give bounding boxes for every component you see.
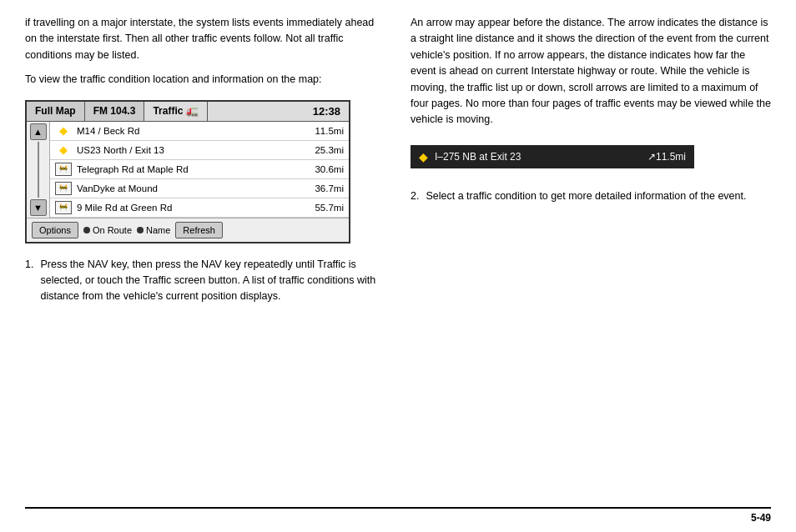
nav-list-area: ▲ ▼ ◆ M14 / Beck Rd 11.5mi: [27, 122, 349, 218]
page-footer: 5-49: [25, 507, 771, 524]
traffic-event-dist: ↗11.5mi: [647, 151, 686, 163]
traffic-truck-icon: 🚛: [186, 105, 199, 117]
traffic-event-box: ◆ I–275 NB at Exit 23 ↗11.5mi: [411, 145, 694, 168]
row-dist-1: 11.5mi: [315, 126, 344, 136]
nav-footer: Options On Route Name Refresh: [27, 218, 349, 242]
traffic-icon-3: 🚧: [55, 163, 72, 176]
nav-time: 12:38: [305, 102, 349, 121]
on-route-label[interactable]: On Route: [83, 225, 132, 235]
table-row[interactable]: ◆ M14 / Beck Rd 11.5mi: [50, 122, 349, 141]
row-name-1: M14 / Beck Rd: [77, 126, 310, 136]
on-route-text: On Route: [93, 225, 132, 235]
step-2-text: Select a traffic condition to get more d…: [426, 188, 746, 204]
scroll-line: [38, 142, 39, 198]
traffic-event-icon: ◆: [419, 150, 428, 163]
options-button[interactable]: Options: [32, 222, 78, 238]
traffic-icon-5: 🚧: [55, 201, 72, 214]
road-sign-icon-3: 🚧: [55, 201, 72, 214]
step-1-num: 1.: [25, 257, 33, 305]
row-dist-4: 36.7mi: [315, 183, 344, 193]
page-number: 5-49: [751, 512, 771, 524]
nav-tab-traffic[interactable]: Traffic 🚛: [144, 102, 208, 121]
on-route-dot: [83, 227, 90, 233]
row-name-2: US23 North / Exit 13: [77, 145, 310, 155]
table-row[interactable]: 🚧 9 Mile Rd at Green Rd 55.7mi: [50, 198, 349, 218]
step-2-num: 2.: [411, 188, 419, 204]
step-1-text: Press the NAV key, then press the NAV ke…: [40, 257, 385, 305]
step-1: 1. Press the NAV key, then press the NAV…: [25, 257, 385, 305]
row-name-4: VanDyke at Mound: [77, 183, 310, 193]
traffic-event-name: I–275 NB at Exit 23: [435, 151, 641, 163]
nav-list: ◆ M14 / Beck Rd 11.5mi ◆ US23 North / Ex…: [50, 122, 349, 218]
row-dist-5: 55.7mi: [315, 203, 344, 213]
scroll-up-btn[interactable]: ▲: [30, 123, 47, 140]
name-label[interactable]: Name: [137, 225, 170, 235]
traffic-icon-1: ◆: [55, 124, 72, 138]
nav-tab-fullmap[interactable]: Full Map: [27, 102, 85, 121]
road-sign-icon-2: 🚧: [55, 182, 72, 195]
right-para1: An arrow may appear before the distance.…: [411, 15, 771, 128]
row-dist-2: 25.3mi: [315, 145, 344, 155]
step-2: 2. Select a traffic condition to get mor…: [411, 188, 771, 204]
road-sign-icon: 🚧: [55, 163, 72, 176]
table-row[interactable]: ◆ US23 North / Exit 13 25.3mi: [50, 141, 349, 160]
nav-header: Full Map FM 104.3 Traffic 🚛 12:38: [27, 102, 349, 122]
row-name-5: 9 Mile Rd at Green Rd: [77, 203, 310, 213]
name-dot: [137, 227, 144, 233]
row-name-3: Telegraph Rd at Maple Rd: [77, 164, 310, 174]
nav-scroll-col: ▲ ▼: [27, 122, 50, 218]
refresh-button[interactable]: Refresh: [175, 222, 223, 238]
name-text: Name: [146, 225, 170, 235]
nav-screen: Full Map FM 104.3 Traffic 🚛 12:38: [25, 100, 350, 243]
row-dist-3: 30.6mi: [315, 164, 344, 174]
nav-tab-fm[interactable]: FM 104.3: [85, 102, 145, 121]
left-para1: if travelling on a major interstate, the…: [25, 15, 385, 63]
left-para2: To view the traffic condition location a…: [25, 72, 385, 88]
scroll-down-btn[interactable]: ▼: [30, 199, 47, 216]
traffic-icon-2: ◆: [55, 143, 72, 157]
table-row[interactable]: 🚧 Telegraph Rd at Maple Rd 30.6mi: [50, 160, 349, 179]
traffic-icon-4: 🚧: [55, 182, 72, 195]
table-row[interactable]: 🚧 VanDyke at Mound 36.7mi: [50, 179, 349, 198]
